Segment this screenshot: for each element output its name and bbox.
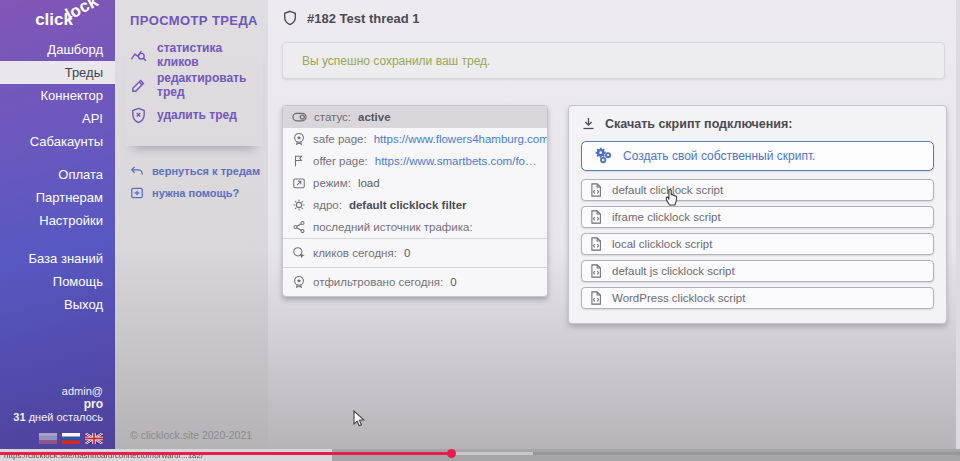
scripts-card-title: Скачать скрипт подключения: <box>581 116 934 131</box>
wordpress-script-button[interactable]: WordPress clicklock script <box>581 287 934 309</box>
back-to-threads-link[interactable]: вернуться к тредам <box>130 160 260 182</box>
file-code-icon <box>590 183 602 197</box>
filtered-today-label: отфильтровано сегодня: <box>313 276 443 288</box>
file-code-icon <box>590 210 602 224</box>
badge-star-icon <box>292 132 306 146</box>
sidebar-item-threads[interactable]: Треды <box>0 61 115 84</box>
delete-thread-label: удалить тред <box>157 108 237 122</box>
thread-title: #182 Test thread 1 <box>307 11 419 26</box>
clicks-today-value: 0 <box>404 247 410 259</box>
delete-thread-button[interactable]: удалить тред <box>130 100 263 130</box>
mode-label: режим: <box>313 177 351 189</box>
iframe-script-button[interactable]: iframe clicklock script <box>581 206 934 228</box>
create-custom-script-button[interactable]: Создать свой собственный скрипт. <box>581 141 934 171</box>
mode-row: режим: load <box>283 172 547 194</box>
local-script-label: local clicklock script <box>612 238 712 250</box>
status-value: active <box>358 111 391 123</box>
clicks-stats-button[interactable]: статистика кликов <box>130 40 263 70</box>
browser-status-url: https://clicklock.site/dashboard/connect… <box>0 449 332 461</box>
share-icon <box>292 220 306 234</box>
create-custom-script-label: Создать свой собственный скрипт. <box>623 149 815 163</box>
sidebar-item-help[interactable]: Помощь <box>0 270 115 293</box>
sidebar-item-connector[interactable]: Коннектор <box>0 84 115 107</box>
mode-export-icon <box>292 176 306 190</box>
safe-page-row: safe page: https://www.flowers4hamburg.c… <box>283 128 547 150</box>
account-email: admin@ <box>13 385 103 397</box>
filtered-today-row: отфильтровано сегодня: 0 <box>283 267 547 296</box>
page-title: #182 Test thread 1 <box>282 10 419 26</box>
video-progress-handle[interactable] <box>447 449 456 458</box>
scripts-title-label: Скачать скрипт подключения: <box>605 117 793 131</box>
status-label: статус: <box>314 111 351 123</box>
app-screen: clicklock Дашборд Треды Коннектор API Са… <box>0 0 960 461</box>
video-progress-played <box>0 452 451 455</box>
thread-status-card: статус: active safe page: https://www.fl… <box>282 105 548 297</box>
account-days-text: дней осталось <box>29 411 103 423</box>
need-help-link[interactable]: нужна помощь? <box>130 182 260 204</box>
success-alert: Вы успешно сохранили ваш тред. <box>282 42 945 79</box>
sidebar-item-subaccounts[interactable]: Сабакаунты <box>0 130 115 153</box>
core-row: ядро: default clicklock filter <box>283 194 547 216</box>
main-content: #182 Test thread 1 Вы успешно сохранили … <box>268 0 960 449</box>
download-icon <box>581 116 596 131</box>
file-code-icon <box>590 264 602 278</box>
default-script-button[interactable]: default clicklock script <box>581 179 934 201</box>
app-logo[interactable]: clicklock <box>35 10 107 30</box>
clicks-today-row: кликов сегодня: 0 <box>283 238 547 267</box>
edit-pencil-icon <box>130 77 147 94</box>
safe-page-label: safe page: <box>313 133 367 145</box>
help-plus-box-icon <box>130 186 144 200</box>
safe-page-link[interactable]: https://www.flowers4hamburg.com/ <box>374 133 548 145</box>
edit-thread-button[interactable]: редактировать тред <box>130 70 263 100</box>
core-label: ядро: <box>313 199 342 211</box>
bottom-bar: https://clicklock.site/dashboard/connect… <box>0 449 960 461</box>
sidebar-nav: Дашборд Треды Коннектор API Сабакаунты О… <box>0 38 115 316</box>
sidebar-item-partners[interactable]: Партнерам <box>0 186 115 209</box>
click-cursor-icon <box>292 246 306 260</box>
sidebar-item-settings[interactable]: Настройки <box>0 209 115 232</box>
last-traffic-source-row: последний источник трафика: <box>283 216 547 238</box>
clicks-stats-icon <box>130 47 147 64</box>
language-switcher <box>39 433 103 444</box>
account-plan: pro <box>13 397 103 411</box>
flag-icon <box>292 154 306 168</box>
clicks-today-label: кликов сегодня: <box>313 247 397 259</box>
shield-icon <box>282 10 298 26</box>
default-js-script-button[interactable]: default js clicklock script <box>581 260 934 282</box>
sidebar-item-knowledge-base[interactable]: База знаний <box>0 247 115 270</box>
content-cards: статус: active safe page: https://www.fl… <box>282 105 947 324</box>
thread-actions: статистика кликов редактировать тред уда… <box>125 40 263 146</box>
flag-ru-icon[interactable] <box>62 433 80 444</box>
need-help-label: нужна помощь? <box>152 187 239 199</box>
mode-value: load <box>358 177 380 189</box>
flag-ru-dim-icon[interactable] <box>39 433 57 444</box>
sidebar-item-logout[interactable]: Выход <box>0 293 115 316</box>
sidebar-item-payment[interactable]: Оплата <box>0 163 115 186</box>
thread-links: вернуться к тредам нужна помощь? <box>130 160 260 204</box>
iframe-script-label: iframe clicklock script <box>612 211 721 223</box>
success-alert-text: Вы успешно сохранили ваш тред. <box>302 54 490 68</box>
sidebar-item-dashboard[interactable]: Дашборд <box>0 38 115 61</box>
default-script-label: default clicklock script <box>612 184 723 196</box>
download-scripts-card: Скачать скрипт подключения: Создать свой… <box>568 105 947 324</box>
flag-uk-icon[interactable] <box>85 433 103 444</box>
offer-page-label: offer page: <box>313 155 368 167</box>
status-header: статус: active <box>283 106 547 128</box>
edit-thread-label: редактировать тред <box>157 71 263 99</box>
undo-arrow-icon <box>130 164 144 178</box>
default-js-script-label: default js clicklock script <box>612 265 735 277</box>
sidebar-item-api[interactable]: API <box>0 107 115 130</box>
local-script-button[interactable]: local clicklock script <box>581 233 934 255</box>
file-code-icon <box>590 291 602 305</box>
delete-shield-icon <box>130 107 147 124</box>
account-days-left: 31 дней осталось <box>13 411 103 423</box>
core-value: default clicklock filter <box>349 199 467 211</box>
offer-page-link[interactable]: https://www.smartbets.com/football/tea..… <box>375 155 538 167</box>
thread-menu-panel: ПРОСМОТР ТРЕДА статистика кликов редакти… <box>115 0 268 449</box>
gears-cluster-icon <box>594 147 614 165</box>
file-code-icon <box>590 237 602 251</box>
account-info: admin@ pro 31 дней осталось <box>13 385 103 423</box>
panel-title: ПРОСМОТР ТРЕДА <box>130 13 258 28</box>
sidebar: clicklock Дашборд Треды Коннектор API Са… <box>0 0 115 449</box>
badge-star-icon <box>292 275 306 289</box>
